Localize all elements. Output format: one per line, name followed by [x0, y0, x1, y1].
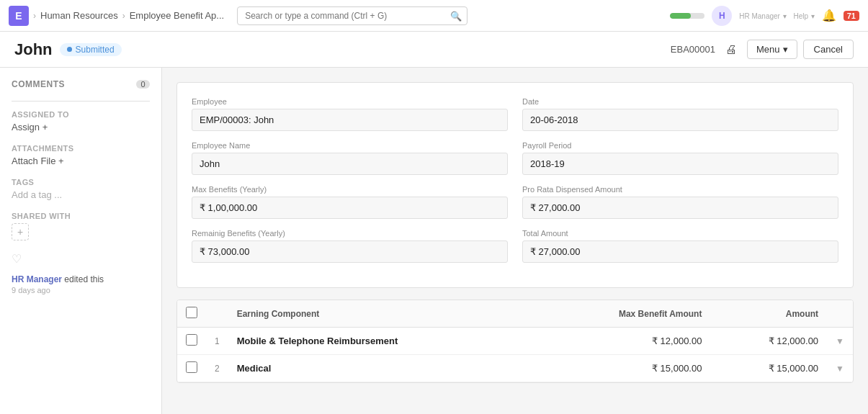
max-benefit-amount: ₹ 12,000.00 — [537, 328, 710, 355]
row-number: 2 — [206, 355, 228, 382]
shared-add-button[interactable]: + — [12, 223, 29, 240]
sidebar: Comments 0 Assigned To Assign + Attachme… — [0, 68, 162, 414]
top-nav: E › Human Resources › Employee Benefit A… — [0, 0, 868, 32]
employee-value: EMP/00003: John — [192, 109, 508, 131]
row-checkbox-cell[interactable] — [177, 328, 206, 355]
chevron-down-icon: ▼ — [836, 336, 844, 346]
progress-bar — [670, 13, 691, 19]
divider-1 — [12, 101, 150, 102]
form-card: Employee EMP/00003: John Date 20-06-2018… — [176, 82, 854, 288]
activity-user[interactable]: HR Manager — [12, 274, 62, 284]
max-benefits-group: Max Benefits (Yearly) ₹ 1,00,000.00 — [192, 185, 508, 219]
status-label: Submitted — [76, 45, 115, 55]
status-badge: Submitted — [60, 43, 122, 56]
assign-button[interactable]: Assign + — [12, 122, 48, 132]
table-header-row: Earning Component Max Benefit Amount Amo… — [177, 300, 853, 328]
header-actions-col — [827, 300, 853, 328]
activity-time: 9 days ago — [12, 286, 150, 294]
assigned-to-section: Assigned To Assign + — [12, 110, 150, 132]
payroll-period-value: 2018-19 — [522, 153, 838, 175]
nav-right: H HR Manager ▾ Help ▾ 🔔 71 — [670, 6, 859, 26]
row-checkbox-cell[interactable] — [177, 355, 206, 382]
row-checkbox[interactable] — [186, 334, 197, 346]
benefits-table-card: Earning Component Max Benefit Amount Amo… — [176, 300, 854, 383]
print-button[interactable]: 🖨 — [721, 40, 741, 59]
employee-name-group: Employee Name John — [192, 141, 508, 175]
date-label: Date — [522, 97, 838, 106]
payroll-period-group: Payroll Period 2018-19 — [522, 141, 838, 175]
header-amount: Amount — [710, 300, 827, 328]
menu-button[interactable]: Menu ▾ — [747, 40, 797, 59]
employee-name-label: Employee Name — [192, 141, 508, 150]
remaining-benefits-value: ₹ 73,000.00 — [192, 240, 508, 263]
total-amount-value: ₹ 27,000.00 — [522, 240, 838, 263]
remaining-benefits-label: Remainig Benefits (Yearly) — [192, 229, 508, 238]
add-tag-input[interactable]: Add a tag ... — [12, 189, 62, 200]
help-menu[interactable]: Help ▾ — [794, 10, 815, 21]
row-dropdown-arrow[interactable]: ▼ — [827, 328, 853, 355]
form-row-4: Remainig Benefits (Yearly) ₹ 73,000.00 T… — [192, 229, 838, 263]
main-layout: Comments 0 Assigned To Assign + Attachme… — [0, 68, 868, 414]
assigned-to-label: Assigned To — [12, 110, 150, 119]
comments-section: Comments 0 — [12, 79, 150, 89]
form-row-2: Employee Name John Payroll Period 2018-1… — [192, 141, 838, 175]
activity-log: HR Manager edited this 9 days ago — [12, 274, 150, 294]
date-group: Date 20-06-2018 — [522, 97, 838, 131]
form-row-1: Employee EMP/00003: John Date 20-06-2018 — [192, 97, 838, 131]
breadcrumb-hr[interactable]: Human Resources — [40, 10, 118, 21]
max-benefits-value: ₹ 1,00,000.00 — [192, 197, 508, 219]
row-amount: ₹ 15,000.00 — [710, 355, 827, 382]
app-icon[interactable]: E — [9, 6, 29, 26]
status-dot — [67, 47, 72, 52]
shared-with-section: Shared With + — [12, 212, 150, 240]
search-input[interactable] — [237, 6, 467, 25]
row-dropdown-arrow[interactable]: ▼ — [827, 355, 853, 382]
pro-rata-label: Pro Rata Dispensed Amount — [522, 185, 838, 194]
notification-bell-icon[interactable]: 🔔 — [822, 9, 836, 22]
tags-label: Tags — [12, 178, 150, 186]
date-value: 20-06-2018 — [522, 109, 838, 131]
sub-header: John Submitted EBA00001 🖨 Menu ▾ Cancel — [0, 32, 868, 68]
select-all-checkbox[interactable] — [186, 307, 197, 318]
employee-name-value: John — [192, 153, 508, 175]
pro-rata-value: ₹ 27,000.00 — [522, 197, 838, 219]
cancel-button[interactable]: Cancel — [803, 40, 854, 59]
breadcrumb-app[interactable]: Employee Benefit Ap... — [130, 10, 225, 21]
header-max-benefit: Max Benefit Amount — [537, 300, 710, 328]
row-checkbox[interactable] — [186, 361, 197, 373]
activity-action: edited this — [64, 274, 104, 284]
earning-component-name: Mobile & Telephone Reimbursement — [228, 328, 537, 355]
total-amount-group: Total Amount ₹ 27,000.00 — [522, 229, 838, 263]
table-row: 2 Medical ₹ 15,000.00 ₹ 15,000.00 ▼ — [177, 355, 853, 382]
header-num-col — [206, 300, 228, 328]
remaining-benefits-group: Remainig Benefits (Yearly) ₹ 73,000.00 — [192, 229, 508, 263]
main-content: Employee EMP/00003: John Date 20-06-2018… — [162, 68, 868, 414]
favorite-heart-icon[interactable]: ♡ — [12, 252, 150, 266]
search-icon: 🔍 — [450, 10, 462, 21]
comments-header: Comments 0 — [12, 79, 150, 89]
tags-section: Tags Add a tag ... — [12, 178, 150, 200]
attach-file-button[interactable]: Attach File + — [12, 156, 64, 166]
max-benefit-amount: ₹ 15,000.00 — [537, 355, 710, 382]
total-amount-label: Total Amount — [522, 229, 838, 238]
hr-avatar: H — [712, 6, 732, 26]
header-earning-component: Earning Component — [228, 300, 537, 328]
page-title: John — [14, 40, 53, 59]
hr-manager-menu[interactable]: HR Manager ▾ — [739, 10, 786, 21]
benefits-table: Earning Component Max Benefit Amount Amo… — [177, 300, 853, 382]
payroll-period-label: Payroll Period — [522, 141, 838, 150]
search-wrap: 🔍 — [237, 6, 467, 25]
pro-rata-group: Pro Rata Dispensed Amount ₹ 27,000.00 — [522, 185, 838, 219]
employee-group: Employee EMP/00003: John — [192, 97, 508, 131]
comments-count: 0 — [136, 80, 150, 89]
notification-badge[interactable]: 71 — [844, 11, 859, 21]
row-amount: ₹ 12,000.00 — [710, 328, 827, 355]
table-row: 1 Mobile & Telephone Reimbursement ₹ 12,… — [177, 328, 853, 355]
progress-bar-container — [670, 13, 704, 19]
breadcrumb-chevron-1: › — [33, 11, 36, 21]
sub-header-right: EBA00001 🖨 Menu ▾ Cancel — [671, 40, 854, 59]
header-checkbox-col — [177, 300, 206, 328]
document-id: EBA00001 — [671, 44, 715, 55]
attachments-section: Attachments Attach File + — [12, 144, 150, 166]
comments-label: Comments — [12, 79, 65, 89]
